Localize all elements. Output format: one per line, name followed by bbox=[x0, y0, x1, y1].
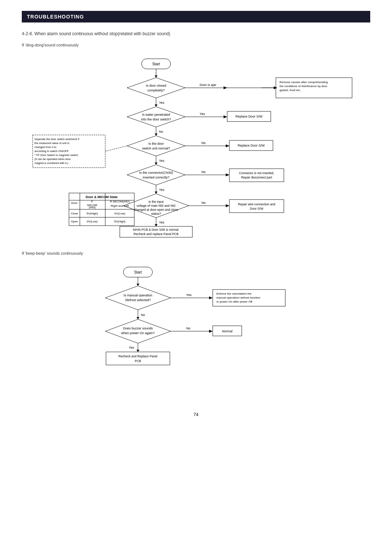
svg-text:inserted correctly?: inserted correctly? bbox=[143, 176, 170, 179]
flowchart2-svg: Start Is manual operation /defrost selec… bbox=[22, 260, 370, 398]
page: TROUBLESHOOTING 4-2-8. When alarm sound … bbox=[0, 0, 392, 554]
svg-text:Enforce the cancelation the: Enforce the cancelation the bbox=[216, 292, 252, 295]
svg-text:according to switch ON/OFF.: according to switch ON/OFF. bbox=[34, 149, 69, 153]
subsection2-title: If 'beep-beep' sounds continuously bbox=[22, 251, 370, 255]
svg-text:R MICOM(#82): R MICOM(#82) bbox=[110, 200, 130, 203]
svg-text:voltage of main #83 and #82: voltage of main #83 and #82 bbox=[136, 204, 176, 208]
svg-text:MAIN PCB & Door S/W is normal.: MAIN PCB & Door S/W is normal. bbox=[133, 228, 179, 231]
svg-marker-21 bbox=[127, 107, 185, 127]
svg-marker-108 bbox=[209, 296, 213, 299]
svg-marker-103 bbox=[136, 284, 139, 286]
subsection1-title: If 'ding-dong'sound continuously bbox=[22, 43, 370, 47]
svg-text:Is the input: Is the input bbox=[148, 200, 164, 204]
svg-text:No: No bbox=[141, 313, 145, 317]
page-number: 74 bbox=[22, 412, 370, 417]
svg-text:Repair disconnect part: Repair disconnect part bbox=[241, 176, 272, 179]
svg-text:(#83): (#83) bbox=[89, 206, 96, 209]
svg-rect-128 bbox=[106, 352, 170, 365]
svg-text:0V(Low): 0V(Low) bbox=[114, 212, 125, 215]
svg-text:Replace Door S/W: Replace Door S/W bbox=[238, 144, 265, 147]
svg-text:the conditions of interferance: the conditions of interferance by door bbox=[279, 85, 327, 88]
svg-marker-30 bbox=[155, 134, 158, 136]
svg-marker-121 bbox=[209, 330, 213, 333]
svg-text:Replace Door S/W: Replace Door S/W bbox=[236, 115, 263, 118]
svg-text:Is the connector(CN30): Is the connector(CN30) bbox=[139, 171, 173, 175]
svg-marker-62 bbox=[155, 192, 158, 194]
svg-text:Yes: Yes bbox=[159, 188, 164, 192]
svg-text:No: No bbox=[159, 130, 163, 134]
svg-text:* FF Door Switch is magnetic s: * FF Door Switch is magnetic switch. bbox=[34, 153, 79, 157]
svg-marker-4 bbox=[127, 78, 185, 98]
header-title: TROUBLESHOOTING bbox=[27, 14, 84, 20]
svg-text:Close: Close bbox=[71, 212, 78, 215]
svg-text:Door & MICOM State: Door & MICOM State bbox=[86, 195, 118, 199]
svg-text:No: No bbox=[201, 170, 206, 174]
svg-text:switch unit normal?: switch unit normal? bbox=[142, 147, 170, 150]
svg-text:manual operation/ defrost func: manual operation/ defrost function bbox=[216, 296, 260, 299]
svg-text:Is manual operation: Is manual operation bbox=[123, 294, 152, 297]
svg-text:Is the door: Is the door bbox=[148, 142, 164, 145]
svg-text:Does buzzer sounds: Does buzzer sounds bbox=[123, 327, 153, 330]
section-title: 4-2-8. When alarm sound continuous witho… bbox=[22, 31, 370, 36]
svg-marker-25 bbox=[224, 115, 227, 118]
svg-text:No: No bbox=[186, 327, 191, 330]
svg-rect-91 bbox=[229, 200, 284, 213]
svg-text:PCB: PCB bbox=[135, 359, 141, 363]
svg-marker-126 bbox=[136, 350, 139, 352]
svg-marker-104 bbox=[105, 286, 171, 310]
flowchart2-area: Start Is manual operation /defrost selec… bbox=[22, 260, 370, 398]
svg-marker-45 bbox=[226, 144, 229, 147]
svg-text:Yes: Yes bbox=[159, 101, 164, 104]
svg-text:the measured value of unit is: the measured value of unit is bbox=[34, 141, 69, 145]
svg-marker-41 bbox=[127, 136, 185, 156]
svg-marker-115 bbox=[136, 317, 139, 319]
flowchart1-area: Start Is door closed completely? Yes Doo… bbox=[22, 52, 370, 240]
svg-marker-95 bbox=[155, 224, 158, 226]
svg-text:No: No bbox=[201, 201, 206, 205]
svg-rect-58 bbox=[229, 169, 284, 182]
svg-text:changed from 0    to: changed from 0 to bbox=[34, 145, 56, 149]
svg-line-18 bbox=[225, 83, 276, 88]
svg-text:Is water penetrated: Is water penetrated bbox=[142, 113, 170, 116]
svg-text:Open: Open bbox=[71, 220, 78, 223]
svg-text:No: No bbox=[201, 141, 206, 145]
svg-marker-3 bbox=[155, 75, 158, 78]
svg-text:(It can be operated when door: (It can be operated when door bbox=[34, 157, 71, 161]
svg-text:Start: Start bbox=[152, 62, 160, 66]
svg-text:or power On after power Off: or power On after power Off bbox=[216, 300, 253, 303]
svg-line-40 bbox=[105, 146, 127, 151]
svg-marker-56 bbox=[226, 173, 229, 176]
svg-text:gasket, food etc,: gasket, food etc, bbox=[279, 89, 301, 92]
svg-text:F: F bbox=[91, 200, 93, 203]
svg-text:Yes: Yes bbox=[159, 221, 164, 224]
svg-text:when power On again?: when power On again? bbox=[121, 331, 155, 335]
svg-text:Recheck and replace Panel PCB: Recheck and replace Panel PCB bbox=[134, 232, 179, 236]
svg-marker-8 bbox=[155, 104, 158, 107]
svg-text:Normal: Normal bbox=[222, 329, 232, 333]
svg-marker-89 bbox=[226, 204, 229, 207]
svg-text:5V(High): 5V(High) bbox=[86, 212, 98, 215]
svg-text:completely?: completely? bbox=[147, 89, 165, 92]
svg-text:Door S/W: Door S/W bbox=[250, 207, 264, 210]
svg-text:/defrost selected?: /defrost selected? bbox=[125, 298, 151, 302]
svg-text:changed at door-open and close: changed at door-open and close bbox=[134, 208, 178, 212]
svg-text:status?: status? bbox=[151, 212, 161, 216]
svg-text:5V(High): 5V(High) bbox=[114, 220, 126, 223]
svg-marker-50 bbox=[155, 163, 158, 165]
header-bar: TROUBLESHOOTING bbox=[22, 11, 370, 22]
svg-text:Yes: Yes bbox=[186, 293, 192, 297]
svg-text:Start: Start bbox=[134, 270, 142, 274]
svg-marker-20 bbox=[274, 86, 277, 89]
svg-marker-52 bbox=[127, 165, 185, 185]
svg-text:Yes: Yes bbox=[159, 159, 164, 163]
svg-text:Connector is not inserted,: Connector is not inserted, bbox=[239, 171, 274, 175]
svg-text:0V(Low): 0V(Low) bbox=[87, 220, 98, 223]
svg-text:Recheck and Replace Panel: Recheck and Replace Panel bbox=[118, 354, 157, 358]
svg-text:Repair wire connection and: Repair wire connection and bbox=[238, 202, 275, 206]
svg-text:Yes: Yes bbox=[200, 112, 205, 116]
svg-text:magnet is combined with it.): magnet is combined with it.) bbox=[34, 161, 68, 165]
svg-text:Door: Door bbox=[71, 201, 78, 205]
svg-text:Yes: Yes bbox=[129, 346, 134, 349]
svg-text:Is door closed: Is door closed bbox=[146, 84, 166, 87]
flowchart1-svg: Start Is door closed completely? Yes Doo… bbox=[22, 52, 370, 240]
